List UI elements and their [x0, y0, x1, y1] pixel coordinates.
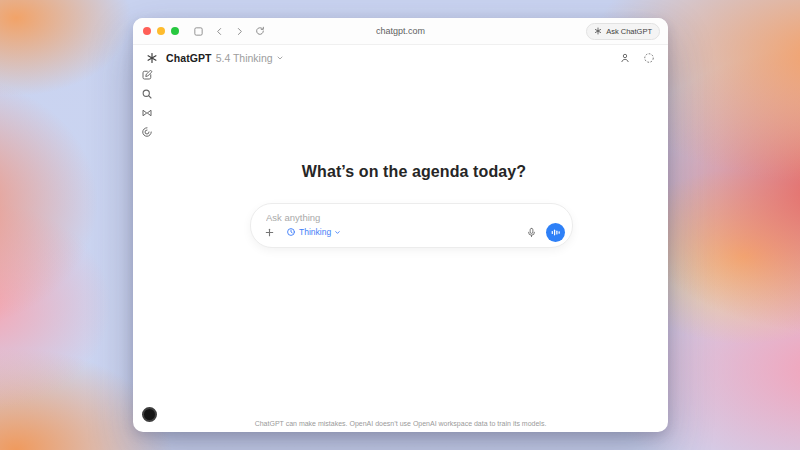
- browser-window: chatgpt.com Ask ChatGPT ChatGPT 5.4 Thin…: [133, 18, 668, 432]
- zoom-window-button[interactable]: [171, 27, 179, 35]
- back-icon[interactable]: [215, 27, 224, 36]
- close-window-button[interactable]: [143, 27, 151, 35]
- composer: Thinking: [250, 203, 573, 248]
- voice-mode-button[interactable]: [546, 223, 565, 242]
- tab-overview-icon[interactable]: [193, 26, 204, 37]
- app-title: ChatGPT: [166, 52, 212, 64]
- chatgpt-header: ChatGPT 5.4 Thinking: [133, 45, 668, 71]
- search-icon[interactable]: [138, 87, 156, 101]
- sidebar-rail: [133, 68, 160, 139]
- chevron-down-icon: [276, 54, 284, 62]
- voice-mode-icon: [550, 227, 561, 238]
- ask-chatgpt-button[interactable]: Ask ChatGPT: [586, 23, 660, 40]
- reload-icon[interactable]: [255, 26, 265, 36]
- new-chat-icon[interactable]: [138, 68, 156, 82]
- thinking-label: Thinking: [299, 227, 331, 237]
- openai-logo-icon: [146, 52, 158, 64]
- plus-icon[interactable]: [264, 227, 275, 238]
- composer-toolbar: Thinking: [264, 222, 565, 242]
- library-icon[interactable]: [138, 106, 156, 120]
- chevron-down-icon: [334, 229, 341, 236]
- minimize-window-button[interactable]: [157, 27, 165, 35]
- disclaimer-text: ChatGPT can make mistakes. OpenAI doesn’…: [133, 420, 668, 427]
- thinking-mode-chip[interactable]: Thinking: [286, 227, 341, 237]
- model-label: 5.4 Thinking: [216, 52, 273, 64]
- openai-logo-icon: [594, 27, 602, 35]
- browser-titlebar: chatgpt.com Ask ChatGPT: [133, 18, 668, 45]
- temporary-chat-icon[interactable]: [643, 52, 655, 64]
- person-icon[interactable]: [619, 52, 631, 64]
- mic-icon[interactable]: [526, 227, 537, 238]
- ask-chatgpt-label: Ask ChatGPT: [606, 27, 652, 36]
- greeting-heading: What’s on the agenda today?: [160, 163, 668, 181]
- traffic-lights: [143, 27, 179, 35]
- clock-icon: [286, 227, 296, 237]
- sora-icon[interactable]: [138, 125, 156, 139]
- model-picker[interactable]: ChatGPT 5.4 Thinking: [146, 52, 284, 64]
- forward-icon[interactable]: [235, 27, 244, 36]
